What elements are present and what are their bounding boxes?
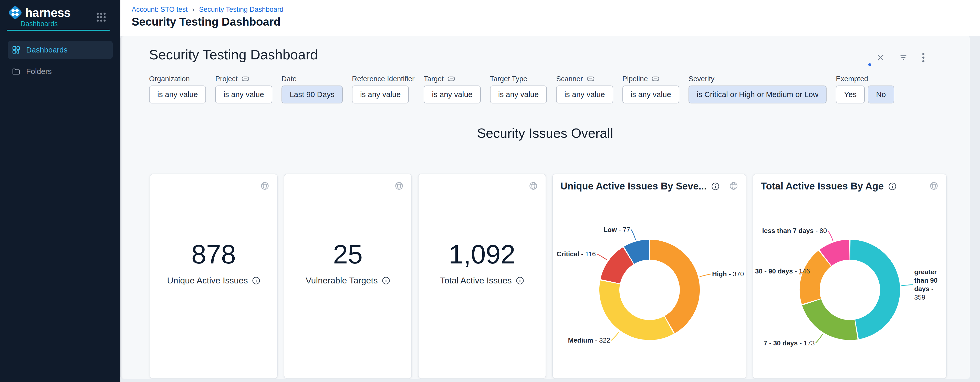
breadcrumb-current-link[interactable]: Security Testing Dashboard — [199, 6, 283, 14]
main-area: Account: STO test › Security Testing Das… — [120, 0, 980, 382]
breadcrumb-account-link[interactable]: Account: STO test — [132, 6, 188, 14]
stat-value: 25 — [333, 241, 363, 268]
sidebar-divider — [7, 30, 110, 31]
close-icon[interactable] — [876, 53, 885, 62]
stat-label: Vulnerable Targets — [305, 276, 390, 285]
donut-segment-label: Critical - 116 — [557, 250, 596, 258]
chart-title: Total Active Issues By Age — [761, 181, 884, 192]
harness-logo-icon — [7, 4, 24, 21]
filter-label: Organization — [149, 75, 190, 83]
filter-bar: Organization is any value Project is any… — [149, 74, 894, 103]
filter-pipeline: Pipeline is any value — [622, 74, 679, 103]
stat-value: 1,092 — [449, 241, 515, 268]
chart-card-issues-by-age: Total Active Issues By Age greater than … — [752, 174, 947, 379]
filter-value-chip[interactable]: is any value — [490, 86, 547, 103]
callout-line — [816, 334, 823, 343]
sidebar: harness Dashboards Dashboards Fold — [0, 0, 120, 382]
filter-value-chip[interactable]: is any value — [352, 86, 409, 103]
donut-segment-medium[interactable] — [609, 282, 669, 330]
chart-title-row: Unique Active Issues By Seve... — [560, 181, 724, 192]
exempted-no-chip[interactable]: No — [868, 86, 894, 103]
sidebar-item-label: Dashboards — [26, 46, 68, 54]
filter-value-chip[interactable]: is Critical or High or Medium or Low — [689, 86, 827, 103]
chart-title-row: Total Active Issues By Age — [761, 181, 924, 192]
stat-label-text: Unique Active Issues — [167, 276, 248, 285]
donut-segment-high[interactable] — [650, 250, 690, 325]
section-title: Security Issues Overall — [120, 125, 970, 141]
breadcrumb: Account: STO test › Security Testing Das… — [132, 6, 283, 14]
apps-grid-icon[interactable] — [95, 11, 107, 23]
filter-value-chip[interactable]: is any value — [424, 86, 480, 103]
donut-segment-critical[interactable] — [610, 256, 628, 281]
cursor-dot — [868, 63, 871, 66]
filter-label: Target — [424, 75, 444, 83]
page-title: Security Testing Dashboard — [132, 15, 280, 28]
globe-icon[interactable] — [260, 181, 269, 190]
globe-icon[interactable] — [395, 181, 404, 190]
donut-segment-greater-than-90-days[interactable] — [850, 250, 890, 330]
callout-line — [611, 331, 619, 340]
link-icon — [651, 76, 660, 82]
callout-line — [631, 230, 635, 240]
info-icon[interactable] — [382, 276, 390, 285]
stat-value: 878 — [191, 241, 236, 268]
filter-icon[interactable] — [899, 53, 908, 62]
filter-value-chip[interactable]: is any value — [215, 86, 272, 103]
sidebar-item-label: Folders — [26, 67, 52, 76]
link-icon — [587, 76, 595, 82]
donut-chart-age: greater than 90 days - 3597 - 30 days - … — [753, 174, 946, 379]
donut-segment-label: 7 - 30 days - 173 — [764, 339, 815, 347]
globe-icon[interactable] — [529, 181, 538, 190]
donut-segment-label: Low - 77 — [603, 225, 630, 234]
chart-card-issues-by-severity: Unique Active Issues By Seve... High - 3… — [552, 174, 746, 379]
filter-reference-identifier: Reference Identifier is any value — [352, 74, 414, 103]
donut-segment-label: High - 370 — [712, 269, 744, 278]
dashboard-content: Security Testing Dashboard Organization … — [120, 36, 970, 379]
stat-label-text: Vulnerable Targets — [305, 276, 378, 285]
dashboard-title: Security Testing Dashboard — [149, 47, 318, 62]
callout-line — [597, 254, 607, 260]
info-icon[interactable] — [888, 182, 897, 190]
panel-actions — [876, 52, 925, 63]
globe-icon[interactable] — [929, 181, 939, 190]
donut-segment-7-30-days[interactable] — [812, 303, 856, 330]
filter-value-chip[interactable]: is any value — [556, 86, 613, 103]
cards-row: 878 Unique Active Issues — [150, 174, 947, 379]
sidebar-nav: Dashboards Folders — [0, 41, 120, 81]
donut-segment-less-than-7-days[interactable] — [826, 250, 850, 258]
filter-scanner: Scanner is any value — [556, 74, 613, 103]
donut-segment-label: 30 - 90 days - 146 — [755, 267, 810, 276]
info-icon[interactable] — [252, 276, 260, 285]
sidebar-item-dashboards[interactable]: Dashboards — [8, 41, 113, 59]
donut-segment-30-90-days[interactable] — [810, 258, 825, 301]
donut-segment-label: less than 7 days - 80 — [762, 227, 827, 235]
info-icon[interactable] — [516, 276, 524, 285]
kebab-menu-icon[interactable] — [921, 52, 925, 63]
filter-label: Target Type — [490, 75, 527, 83]
filter-exempted: Exempted Yes No — [836, 74, 894, 103]
donut-chart-severity: High - 370Medium - 322Critical - 116Low … — [553, 174, 746, 379]
filter-label: Scanner — [556, 75, 583, 83]
callout-line — [828, 231, 833, 241]
exempted-yes-chip[interactable]: Yes — [836, 86, 865, 103]
filter-label: Project — [215, 75, 237, 83]
sidebar-item-folders[interactable]: Folders — [8, 62, 113, 81]
dashboard-panel: Security Testing Dashboard Organization … — [120, 36, 970, 379]
stat-card-unique-active-issues: 878 Unique Active Issues — [150, 174, 278, 379]
stat-label: Unique Active Issues — [167, 276, 260, 285]
brand-wordmark: harness — [25, 6, 70, 20]
chevron-right-icon: › — [192, 6, 194, 13]
callout-line — [901, 285, 913, 285]
filter-label: Reference Identifier — [352, 75, 414, 83]
sidebar-header: harness Dashboards — [0, 0, 120, 32]
filter-value-chip[interactable]: Last 90 Days — [282, 86, 343, 103]
donut-segment-low[interactable] — [629, 250, 649, 255]
filter-project: Project is any value — [215, 74, 272, 103]
filter-value-chip[interactable]: is any value — [149, 86, 206, 103]
info-icon[interactable] — [711, 182, 719, 190]
filter-value-chip[interactable]: is any value — [622, 86, 679, 103]
filter-organization: Organization is any value — [149, 74, 206, 103]
callout-line — [700, 274, 711, 277]
globe-icon[interactable] — [729, 181, 738, 190]
stat-card-total-active-issues: 1,092 Total Active Issues — [418, 174, 546, 379]
